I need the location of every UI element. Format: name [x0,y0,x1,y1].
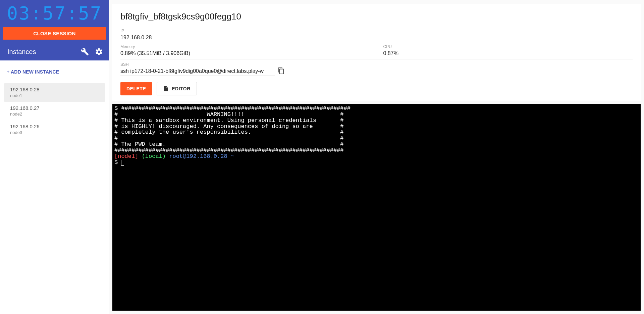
instances-bar: Instances [0,43,109,60]
session-timer: 03:57:57 [0,0,109,25]
ip-field: IP 192.168.0.28 [120,29,187,42]
cpu-field: CPU 0.87% [383,44,633,58]
instance-item-node3[interactable]: 192.168.0.26node3 [4,120,105,138]
copy-icon[interactable] [277,67,285,75]
gear-icon[interactable] [95,48,103,56]
ssh-row: SSH [120,62,633,76]
instance-item-node1[interactable]: 192.168.0.28node1 [4,83,105,102]
editor-button[interactable]: EDITOR [157,82,197,95]
instance-name: node3 [10,130,101,135]
instance-name: node2 [10,111,101,117]
ip-label: IP [120,29,187,33]
instances-title: Instances [7,48,75,56]
cpu-value: 0.87% [383,50,633,58]
memory-field: Memory 0.89% (35.51MiB / 3.906GiB) [120,44,370,58]
close-session-button[interactable]: CLOSE SESSION [3,27,106,40]
delete-button[interactable]: DELETE [120,82,152,95]
cpu-label: CPU [383,44,633,49]
instance-details: bf8tgfiv_bf8tgsk9cs9g00fegg10 IP 192.168… [112,4,641,101]
instance-ip: 192.168.0.26 [10,124,101,129]
instance-ip: 192.168.0.27 [10,105,101,111]
instance-ip: 192.168.0.28 [10,87,101,92]
ssh-input[interactable] [120,68,275,76]
editor-button-label: EDITOR [172,86,191,91]
memory-value: 0.89% (35.51MiB / 3.906GiB) [120,50,370,58]
terminal[interactable]: $ ######################################… [112,104,641,311]
memory-label: Memory [120,44,370,49]
instance-list: 192.168.0.28node1192.168.0.27node2192.16… [0,83,109,138]
file-icon [163,86,169,92]
instance-id-title: bf8tgfiv_bf8tgsk9cs9g00fegg10 [120,11,633,22]
add-instance-button[interactable]: + ADD NEW INSTANCE [0,60,109,83]
instance-name: node1 [10,93,101,98]
sidebar: 03:57:57 CLOSE SESSION Instances + ADD N… [0,0,109,314]
wrench-icon[interactable] [81,48,89,56]
instance-item-node2[interactable]: 192.168.0.27node2 [4,102,105,120]
ip-value: 192.168.0.28 [120,34,187,42]
ssh-label: SSH [120,62,275,67]
sidebar-header: 03:57:57 CLOSE SESSION Instances [0,0,109,60]
sidebar-body: + ADD NEW INSTANCE 192.168.0.28node1192.… [0,60,109,314]
main-panel: bf8tgfiv_bf8tgsk9cs9g00fegg10 IP 192.168… [109,0,644,314]
action-row: DELETE EDITOR [120,82,633,95]
